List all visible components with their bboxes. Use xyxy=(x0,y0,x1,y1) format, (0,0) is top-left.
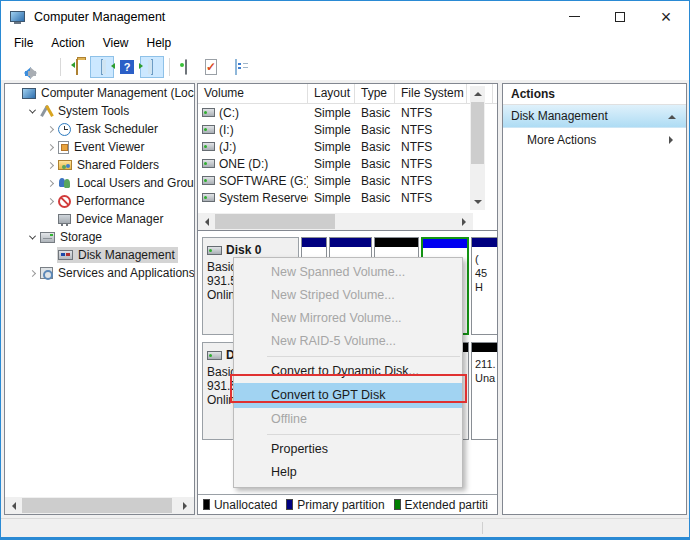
menu-item-help[interactable]: Help xyxy=(234,461,462,484)
tree-item-system-tools[interactable]: System Tools xyxy=(5,102,194,120)
volume-fs-cell: NTFS xyxy=(395,106,467,120)
show-console-tree-button[interactable] xyxy=(90,56,114,78)
partition-color-strip xyxy=(302,238,326,247)
column-header-file-system[interactable]: File System xyxy=(395,84,467,103)
scroll-down-arrow[interactable] xyxy=(470,195,485,210)
toolbar-separator xyxy=(169,58,170,76)
volume-layout-cell: Simple xyxy=(308,106,355,120)
tree-item-services-and-applications[interactable]: Services and Applications xyxy=(5,264,194,282)
scroll-right-arrow[interactable] xyxy=(177,497,194,514)
chevron-down-icon[interactable] xyxy=(25,109,39,114)
console-tree-panel: Computer Management (LocalSystem ToolsTa… xyxy=(4,83,195,515)
volume-name: (C:) xyxy=(219,106,239,120)
volume-name-cell: (C:) xyxy=(198,106,308,120)
tree-item-body: Shared Folders xyxy=(57,157,162,173)
volume-vertical-scrollbar[interactable] xyxy=(470,86,485,210)
disk-name: Disk 0 xyxy=(207,243,298,257)
scroll-left-arrow[interactable] xyxy=(198,213,215,230)
show-action-pane-button[interactable] xyxy=(140,56,164,78)
chevron-right-icon[interactable] xyxy=(25,271,39,276)
menubar-item-help[interactable]: Help xyxy=(138,36,181,50)
annotation-highlight-box xyxy=(230,374,467,403)
scroll-up-arrow[interactable] xyxy=(470,86,485,101)
menubar-item-action[interactable]: Action xyxy=(42,36,93,50)
volume-row-one-d[interactable]: ONE (D:)SimpleBasicNTFSH xyxy=(198,155,497,172)
title-bar: Computer Management × xyxy=(1,1,689,32)
scroll-thumb[interactable] xyxy=(22,498,172,513)
volume-row-i[interactable]: (I:)SimpleBasicNTFSH xyxy=(198,121,497,138)
tree-item-shared-folders[interactable]: Shared Folders xyxy=(5,156,194,174)
menu-item-offline[interactable]: Offline xyxy=(234,408,462,431)
legend-swatch-extended-partiti xyxy=(394,499,401,510)
volume-row-c[interactable]: (C:)SimpleBasicNTFSH xyxy=(198,104,497,121)
volume-type-cell: Basic xyxy=(355,106,395,120)
scroll-thumb[interactable] xyxy=(471,102,484,164)
tree-item-label: Event Viewer xyxy=(74,140,144,154)
chevron-down-icon[interactable] xyxy=(25,235,39,240)
tree-item-body: Event Viewer xyxy=(57,139,147,155)
tree-item-device-manager[interactable]: Device Manager xyxy=(5,210,194,228)
tree-item-label: Services and Applications xyxy=(58,266,195,280)
close-button[interactable]: × xyxy=(643,1,689,32)
check-document-button[interactable]: ✓ xyxy=(199,56,223,78)
menubar-item-view[interactable]: View xyxy=(94,36,138,50)
task-list-button[interactable] xyxy=(224,56,248,78)
menu-item-properties[interactable]: Properties xyxy=(234,438,462,461)
partition-1-1[interactable]: 211.Una xyxy=(471,342,498,440)
maximize-button[interactable] xyxy=(597,1,643,32)
tree-item-performance[interactable]: Performance xyxy=(5,192,194,210)
popup-window-button[interactable] xyxy=(174,56,198,78)
scroll-thumb[interactable] xyxy=(215,214,335,229)
help-button[interactable]: ? xyxy=(115,56,139,78)
minimize-icon xyxy=(569,16,580,17)
tree-horizontal-scrollbar[interactable] xyxy=(5,497,194,514)
scroll-right-arrow[interactable] xyxy=(456,213,473,230)
volume-horizontal-scrollbar[interactable] xyxy=(198,213,473,230)
volume-fs-cell: NTFS xyxy=(395,174,467,188)
partition-color-strip xyxy=(472,343,498,352)
volume-name-cell: ONE (D:) xyxy=(198,157,308,171)
export-folder-button[interactable] xyxy=(65,56,89,78)
column-header-type[interactable]: Type xyxy=(355,84,395,103)
chevron-right-icon[interactable] xyxy=(43,181,57,186)
partition-color-strip xyxy=(423,239,467,248)
disk-management-icon xyxy=(58,250,73,260)
check-document-icon: ✓ xyxy=(205,60,217,74)
volume-layout-cell: Simple xyxy=(308,191,355,205)
scroll-left-arrow[interactable] xyxy=(5,497,22,514)
back-button[interactable] xyxy=(6,56,30,78)
minimize-button[interactable] xyxy=(551,1,597,32)
tree-item-storage[interactable]: Storage xyxy=(5,228,194,246)
show-console-tree-icon xyxy=(101,60,103,74)
chevron-right-icon[interactable] xyxy=(43,163,57,168)
tree-item-task-scheduler[interactable]: Task Scheduler xyxy=(5,120,194,138)
chevron-right-icon[interactable] xyxy=(43,199,57,204)
menu-item-new-striped-volume[interactable]: New Striped Volume... xyxy=(234,284,462,307)
volume-icon xyxy=(202,176,215,185)
menu-item-new-raid-5-volume[interactable]: New RAID-5 Volume... xyxy=(234,330,462,353)
chevron-right-icon[interactable] xyxy=(43,127,57,132)
menubar-item-file[interactable]: File xyxy=(5,36,42,50)
more-actions-item[interactable]: More Actions xyxy=(503,128,686,151)
tree-item-disk-management[interactable]: Disk Management xyxy=(5,246,194,264)
volume-icon xyxy=(202,159,215,168)
actions-group-disk-management[interactable]: Disk Management xyxy=(503,105,686,128)
forward-button[interactable] xyxy=(31,56,55,78)
volume-name: SOFTWARE (G:) xyxy=(219,174,308,188)
volume-row-j[interactable]: (J:)SimpleBasicNTFSH xyxy=(198,138,497,155)
tree-item-event-viewer[interactable]: Event Viewer xyxy=(5,138,194,156)
volume-row-system-reserved[interactable]: System ReservedSimpleBasicNTFSH xyxy=(198,189,497,206)
tree-item-local-users-and-groups[interactable]: Local Users and Groups xyxy=(5,174,194,192)
menu-item-new-spanned-volume[interactable]: New Spanned Volume... xyxy=(234,261,462,284)
chevron-right-icon[interactable] xyxy=(43,145,57,150)
menu-item-new-mirrored-volume[interactable]: New Mirrored Volume... xyxy=(234,307,462,330)
tree-item-body: Disk Management xyxy=(57,247,178,263)
column-header-volume[interactable]: Volume xyxy=(198,84,308,103)
partition-0-4[interactable]: (45H xyxy=(471,237,498,335)
task-scheduler-icon xyxy=(58,123,71,136)
volume-name-cell: (J:) xyxy=(198,140,308,154)
volume-row-software-g[interactable]: SOFTWARE (G:)SimpleBasicNTFSH xyxy=(198,172,497,189)
column-header-layout[interactable]: Layout xyxy=(308,84,355,103)
tree-item-computer-management-local[interactable]: Computer Management (Local xyxy=(5,84,194,102)
tree-item-body: Performance xyxy=(57,193,148,209)
